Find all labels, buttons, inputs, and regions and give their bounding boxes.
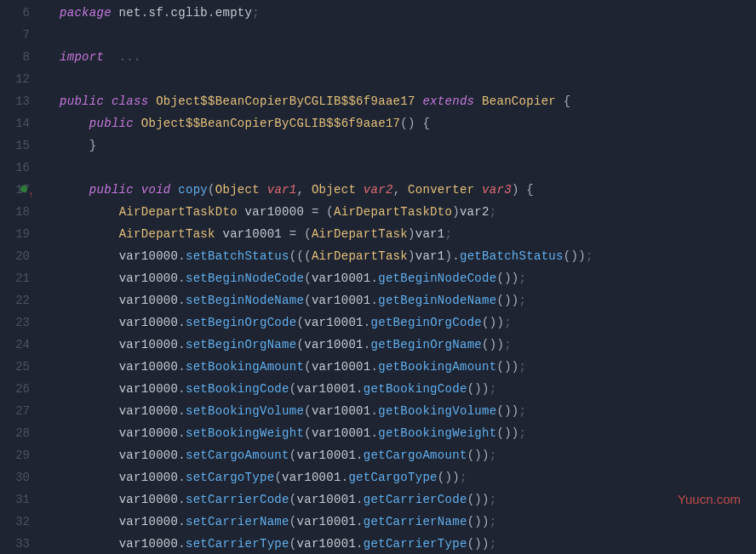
code-token: setBeginNodeCode — [186, 271, 304, 285]
code-token: ) — [408, 249, 415, 263]
code-token: var10001 — [215, 227, 289, 241]
code-token: var10001 — [296, 382, 356, 396]
code-token: BeanCopier — [482, 94, 556, 108]
code-line[interactable]: var10000.setBeginOrgName(var10001.getBeg… — [60, 334, 756, 356]
code-token: var1 — [267, 183, 297, 197]
code-token — [474, 183, 482, 197]
code-token: getBeginNodeCode — [378, 271, 496, 285]
code-token — [134, 117, 141, 130]
code-token: ()) — [467, 537, 490, 551]
code-token: . — [371, 294, 379, 307]
code-token — [296, 227, 304, 241]
code-token: var10000 — [238, 205, 312, 219]
code-area[interactable]: package net.sf.cglib.empty;import ...pub… — [38, 0, 756, 554]
code-line[interactable]: var10000.setBeginNodeName(var10001.getBe… — [60, 289, 756, 311]
code-line[interactable]: var10000.setBookingVolume(var10001.getBo… — [60, 400, 756, 422]
code-token: ; — [504, 316, 512, 329]
code-token: setCarrierCode — [186, 493, 289, 506]
code-token: . — [178, 404, 186, 418]
code-token: . — [178, 426, 186, 440]
code-token — [319, 205, 327, 219]
code-token: getBeginOrgName — [371, 338, 483, 351]
code-token: ()) — [467, 382, 490, 396]
code-token: } — [89, 139, 97, 152]
line-number: 27 — [0, 400, 30, 422]
code-line[interactable]: var10000.setBeginNodeCode(var10001.getBe… — [60, 267, 756, 289]
code-token: , — [297, 183, 312, 197]
code-token: ( — [304, 426, 312, 440]
code-token — [474, 94, 482, 108]
code-line[interactable]: var10000.setBatchStatus(((AirDepartTask)… — [60, 245, 756, 267]
code-token: ((( — [289, 249, 312, 263]
code-token: var10001 — [296, 493, 356, 506]
code-line[interactable]: var10000.setCarrierCode(var10001.getCarr… — [60, 488, 756, 511]
code-line[interactable]: AirDepartTask var10001 = (AirDepartTask)… — [60, 223, 756, 245]
code-token: ()) — [467, 493, 490, 506]
code-token: ( — [304, 227, 312, 241]
code-token: . — [178, 316, 186, 329]
code-token: getBookingAmount — [378, 360, 496, 374]
code-token: setCargoType — [186, 471, 274, 484]
code-token: var10000 — [119, 271, 179, 285]
code-token: . — [371, 271, 379, 285]
code-token: ()) — [496, 404, 518, 418]
code-line[interactable] — [60, 68, 756, 90]
code-line[interactable]: var10000.setBeginOrgCode(var10001.getBeg… — [60, 311, 756, 334]
code-line[interactable] — [60, 157, 756, 179]
code-line[interactable]: public Object$$BeanCopierByCGLIB$$6f9aae… — [60, 112, 756, 134]
code-token: ; — [445, 227, 453, 241]
line-number: 29 — [0, 444, 30, 466]
code-token: setBookingVolume — [186, 404, 304, 418]
code-line[interactable]: var10000.setCargoType(var10001.getCargoT… — [60, 466, 756, 488]
code-line[interactable]: var10000.setCargoAmount(var10001.getCarg… — [60, 444, 756, 466]
code-line[interactable]: AirDepartTaskDto var10000 = (AirDepartTa… — [60, 201, 756, 223]
code-token: ()) — [482, 338, 504, 351]
code-token — [260, 183, 267, 197]
code-token: getBeginNodeName — [378, 294, 496, 307]
code-line[interactable]: var10000.setCarrierName(var10001.getCarr… — [60, 511, 756, 533]
code-token: var2 — [364, 183, 393, 197]
code-token: var10001 — [296, 537, 356, 551]
code-token: . — [178, 294, 186, 307]
code-token: ( — [326, 205, 334, 219]
code-token: ( — [304, 404, 312, 418]
line-number: 26 — [0, 378, 30, 400]
code-line[interactable]: import ... — [60, 46, 756, 68]
code-token: AirDepartTaskDto — [119, 205, 238, 219]
code-token: . — [178, 515, 186, 528]
code-line[interactable]: var10000.setBookingCode(var10001.getBook… — [60, 378, 756, 400]
line-number: 19 — [0, 223, 30, 245]
code-line[interactable]: var10000.setCarrierType(var10001.getCarr… — [60, 533, 756, 554]
code-line[interactable]: var10000.setBookingWeight(var10001.getBo… — [60, 422, 756, 444]
line-number: 23 — [0, 311, 30, 334]
code-line[interactable]: var10000.setBookingAmount(var10001.getBo… — [60, 356, 756, 378]
code-line[interactable]: } — [60, 134, 756, 157]
line-number: 18 — [0, 201, 30, 223]
code-line[interactable]: public void copy(Object var1, Object var… — [60, 179, 756, 201]
code-token: var10000 — [119, 471, 179, 484]
code-token: AirDepartTask — [312, 227, 408, 241]
code-token: . — [356, 493, 364, 506]
code-token: . — [364, 316, 371, 329]
code-editor[interactable]: 678121314151617↑181920212223242526272829… — [0, 0, 756, 554]
code-token: setBatchStatus — [186, 249, 289, 263]
code-token: var10001 — [304, 316, 364, 329]
code-token — [556, 94, 564, 108]
code-token: ()) — [467, 515, 490, 528]
code-token: setCarrierType — [186, 537, 289, 551]
code-token: var10000 — [119, 448, 179, 462]
code-line[interactable]: public class Object$$BeanCopierByCGLIB$$… — [60, 90, 756, 112]
code-token: copy — [178, 183, 208, 197]
code-token: var1 — [415, 249, 445, 263]
code-line[interactable]: package net.sf.cglib.empty; — [60, 2, 756, 24]
breakpoint-marker-icon[interactable] — [20, 186, 27, 192]
code-token: var10001 — [282, 471, 341, 484]
code-token: getBookingWeight — [378, 426, 496, 440]
code-line[interactable] — [60, 24, 756, 46]
code-token: setBeginOrgCode — [186, 316, 297, 329]
code-token — [104, 94, 112, 108]
code-token: ; — [490, 205, 497, 219]
line-number: 12 — [0, 68, 30, 90]
code-token: ; — [504, 338, 512, 351]
code-token: . — [178, 448, 186, 462]
